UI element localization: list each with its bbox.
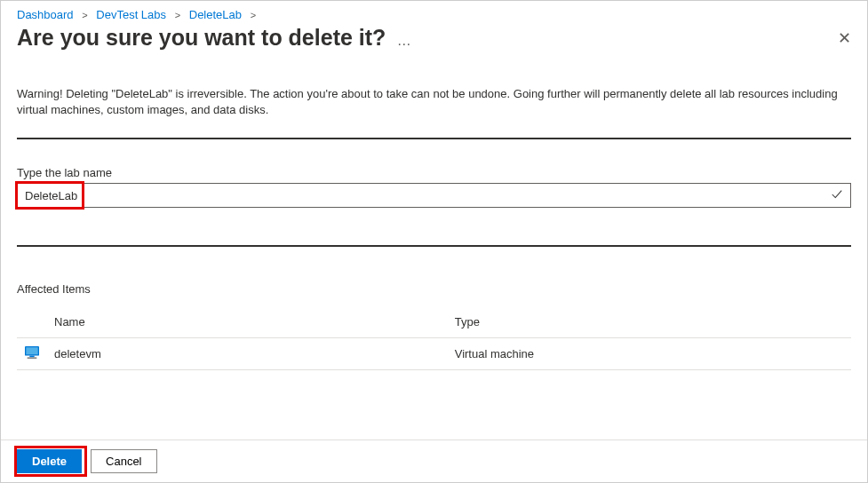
column-header-name: Name [47,308,448,338]
breadcrumb-item-devtestlabs[interactable]: DevTest Labs [96,8,166,21]
svg-rect-3 [28,358,37,360]
chevron-right-icon: > [251,10,256,20]
svg-rect-1 [26,348,37,355]
more-icon[interactable]: … [397,33,411,48]
close-icon[interactable]: ✕ [838,28,851,48]
table-row: deletevm Virtual machine [17,338,851,370]
header-row: Are you sure you want to delete it? … ✕ [1,23,867,59]
column-header-type: Type [448,308,851,338]
row-type: Virtual machine [448,338,851,370]
lab-name-label: Type the lab name [17,166,851,179]
row-name: deletevm [47,338,448,370]
chevron-right-icon: > [82,10,87,20]
breadcrumb-item-deletelab[interactable]: DeleteLab [189,8,242,21]
warning-text: Warning! Deleting "DeleteLab" is irrever… [17,86,851,118]
footer: Delete Cancel [1,439,867,482]
divider [17,138,851,139]
affected-items-title: Affected Items [17,282,851,296]
lab-name-input[interactable] [25,189,831,202]
breadcrumb-item-dashboard[interactable]: Dashboard [17,8,74,21]
chevron-right-icon: > [175,10,180,20]
check-icon [831,188,843,203]
breadcrumb: Dashboard > DevTest Labs > DeleteLab > [1,1,867,23]
vm-icon [24,345,40,360]
delete-button[interactable]: Delete [17,449,82,473]
lab-name-input-wrapper [17,183,851,208]
affected-items-table: Name Type deletevm Virtual machine [17,308,851,370]
divider [17,245,851,247]
svg-rect-2 [29,356,34,358]
page-title: Are you sure you want to delete it? [17,25,386,50]
cancel-button[interactable]: Cancel [91,449,156,473]
